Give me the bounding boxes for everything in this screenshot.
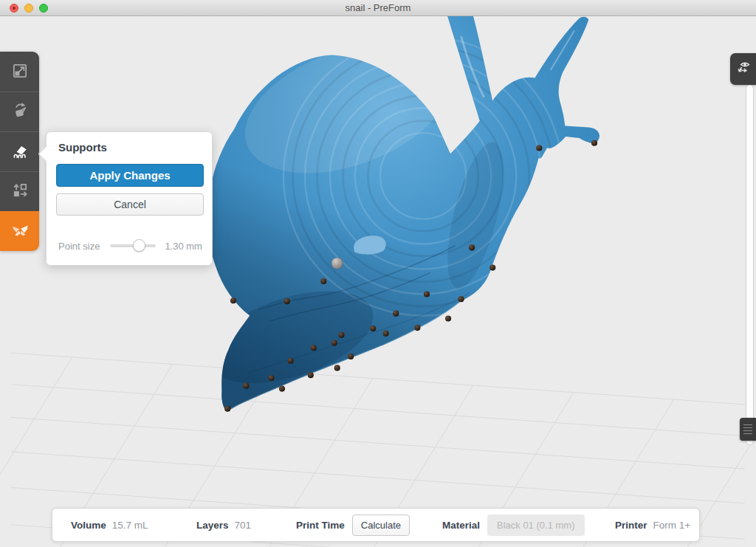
support-point[interactable]: [536, 145, 542, 151]
apply-changes-button[interactable]: Apply Changes: [56, 164, 204, 187]
snail-model[interactable]: [196, 16, 599, 412]
support-point[interactable]: [243, 383, 249, 389]
print-time-label: Print Time: [296, 520, 345, 531]
support-point[interactable]: [414, 325, 420, 331]
layer-slider-handle[interactable]: [740, 418, 756, 441]
support-point[interactable]: [284, 298, 290, 304]
support-point[interactable]: [334, 365, 340, 371]
layout-icon: [10, 181, 30, 202]
supports-icon: [10, 141, 30, 162]
volume-value: 15.7 mL: [112, 520, 148, 531]
tool-sidebar: [0, 52, 39, 251]
support-point[interactable]: [458, 296, 464, 302]
layout-tool-button[interactable]: [0, 171, 39, 211]
preform-window: snail - PreForm: [0, 0, 756, 547]
supports-panel-title: Supports: [58, 141, 107, 154]
support-point[interactable]: [338, 332, 344, 338]
support-point[interactable]: [489, 265, 495, 271]
support-point[interactable]: [230, 297, 236, 303]
calculate-button[interactable]: Calculate: [352, 515, 410, 536]
cursor-preview-point[interactable]: [331, 258, 343, 269]
window-title: snail - PreForm: [0, 0, 756, 16]
support-point[interactable]: [445, 315, 451, 321]
orbit-eye-icon: [735, 58, 752, 80]
support-point[interactable]: [370, 326, 376, 331]
support-point[interactable]: [268, 375, 274, 381]
printer-group: Printer Form 1+: [615, 509, 690, 541]
support-point[interactable]: [279, 385, 285, 391]
view-orientation-button[interactable]: [730, 53, 756, 85]
support-point[interactable]: [424, 291, 430, 297]
support-point[interactable]: [288, 358, 294, 364]
printer-value: Form 1+: [653, 520, 691, 531]
point-size-slider-handle[interactable]: [133, 239, 145, 252]
layers-group: Layers 701: [196, 509, 251, 541]
point-size-slider[interactable]: [110, 244, 156, 247]
volume-group: Volume 15.7 mL: [71, 509, 148, 541]
status-bar: Volume 15.7 mL Layers 701 Print Time Cal…: [52, 508, 700, 542]
cancel-button[interactable]: Cancel: [56, 193, 204, 216]
supports-tool-button[interactable]: [0, 131, 39, 171]
print-button[interactable]: [0, 211, 39, 251]
butterfly-icon: [10, 220, 30, 243]
model-viewport[interactable]: Supports Apply Changes Cancel Point size…: [0, 16, 756, 547]
printer-label: Printer: [615, 520, 647, 531]
print-time-group: Print Time Calculate: [296, 509, 410, 541]
layers-label: Layers: [196, 520, 229, 531]
support-point[interactable]: [393, 311, 399, 317]
support-point[interactable]: [469, 244, 475, 250]
layer-slider-track[interactable]: [746, 85, 754, 445]
support-point[interactable]: [348, 354, 354, 359]
rotate-icon: [10, 101, 30, 123]
titlebar: snail - PreForm: [0, 0, 756, 16]
size-tool-button[interactable]: [0, 52, 39, 92]
layers-value: 701: [235, 520, 252, 531]
orient-tool-button[interactable]: [0, 92, 39, 131]
support-point[interactable]: [320, 278, 326, 284]
support-point[interactable]: [308, 372, 314, 378]
point-size-value: 1.30 mm: [165, 241, 202, 252]
point-size-label: Point size: [58, 241, 100, 252]
support-point[interactable]: [591, 140, 597, 146]
support-point[interactable]: [311, 345, 317, 351]
material-button[interactable]: Black 01 (0.1 mm): [487, 515, 584, 536]
point-size-row: Point size 1.30 mm: [58, 238, 202, 254]
support-point[interactable]: [383, 331, 389, 337]
material-group: Material Black 01 (0.1 mm): [442, 509, 585, 541]
support-point[interactable]: [224, 406, 230, 412]
support-point[interactable]: [331, 340, 337, 345]
supports-panel: Supports Apply Changes Cancel Point size…: [46, 131, 213, 266]
material-label: Material: [442, 520, 480, 531]
scale-icon: [10, 61, 30, 83]
volume-label: Volume: [71, 520, 106, 531]
scene-canvas[interactable]: [0, 16, 756, 547]
